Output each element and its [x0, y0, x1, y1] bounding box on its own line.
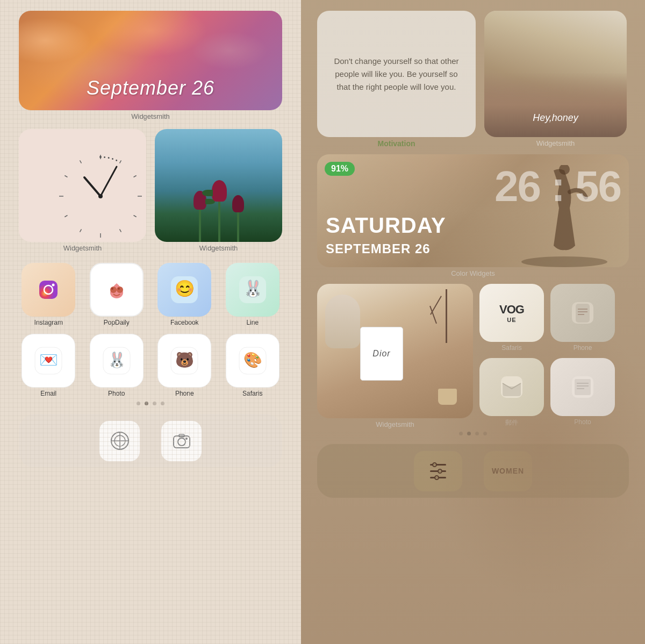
dock-safari[interactable] — [99, 421, 140, 461]
color-widget[interactable]: 91% 26 : 56 SATURDAY SEPTEMBER 26 — [317, 154, 629, 267]
email-icon[interactable]: 💌 — [22, 334, 75, 388]
app-line[interactable]: 🐰 Line — [223, 263, 283, 326]
quote-widget[interactable]: Don't change yourself so that other peop… — [317, 11, 476, 137]
clock-widget-label: Widgetsmith — [19, 244, 146, 252]
svg-text:🐰: 🐰 — [107, 351, 126, 369]
popdaily-icon[interactable] — [90, 263, 144, 317]
dot-r2 — [467, 432, 471, 435]
app-phone-left[interactable]: 🐻 Phone — [155, 334, 214, 397]
svg-point-24 — [110, 287, 117, 293]
time-display: 26 : 56 — [494, 165, 621, 208]
mail-right-label: 郵件 — [505, 418, 518, 427]
svg-text:🐻: 🐻 — [175, 351, 194, 369]
dock-camera[interactable] — [161, 421, 202, 461]
svg-point-26 — [111, 288, 113, 290]
svg-line-2 — [133, 176, 136, 177]
honey-widget[interactable]: Hey,honey — [484, 11, 627, 137]
instagram-icon[interactable] — [22, 263, 75, 317]
photo-right-icon[interactable] — [550, 358, 615, 416]
battery-badge: 91% — [325, 162, 355, 176]
svg-point-25 — [117, 287, 123, 293]
medium-widgets-row — [19, 129, 282, 242]
svg-line-5 — [119, 229, 121, 232]
dot-1 — [137, 402, 140, 405]
svg-point-14 — [108, 157, 110, 159]
top-row-right: Don't change yourself so that other peop… — [317, 11, 629, 137]
app-phone-right[interactable]: Phone — [550, 284, 615, 352]
svg-point-22 — [52, 284, 55, 287]
svg-text:😊: 😊 — [175, 279, 195, 298]
svg-point-15 — [111, 158, 113, 160]
apps-grid-left: Instagram PopDaily 😊 — [19, 263, 282, 397]
app-photo-right[interactable]: Photo — [550, 358, 615, 427]
svg-line-1 — [119, 160, 121, 163]
clock-face — [37, 140, 128, 231]
heyhoney-label: Widgetsmith — [484, 139, 627, 148]
widgetsmith-large-label: Widgetsmith — [317, 420, 473, 428]
safaris-right-label: Safaris — [501, 344, 521, 352]
svg-text:🎨: 🎨 — [243, 351, 262, 369]
time-colon: : — [551, 162, 564, 210]
facebook-icon[interactable]: 😊 — [157, 263, 211, 317]
mail-right-icon[interactable] — [479, 358, 544, 416]
date-widget-text: September 26 — [87, 77, 214, 99]
dot-r4 — [483, 432, 487, 435]
svg-text:🐰: 🐰 — [242, 279, 263, 298]
svg-point-45 — [178, 438, 185, 446]
vogue-icon[interactable]: VOG UE — [479, 284, 544, 342]
line-icon[interactable]: 🐰 — [226, 263, 280, 317]
svg-point-47 — [185, 438, 188, 440]
app-facebook[interactable]: 😊 Facebook — [155, 263, 214, 326]
svg-rect-57 — [575, 379, 591, 395]
dock-right: WOMEN — [317, 444, 629, 498]
phone-right-icon[interactable] — [550, 284, 615, 342]
vogue-text2: UE — [507, 317, 516, 323]
time-right-digit: 56 — [575, 162, 621, 210]
honey-text: Hey,honey — [533, 112, 578, 124]
app-safaris-right[interactable]: VOG UE Safaris — [479, 284, 544, 352]
dot-r3 — [475, 432, 479, 435]
app-safaris-left[interactable]: 🎨 Safaris — [223, 334, 283, 397]
svg-line-18 — [101, 167, 117, 196]
line-label: Line — [246, 319, 259, 326]
facebook-label: Facebook — [170, 319, 199, 326]
instagram-label: Instagram — [34, 319, 63, 326]
svg-point-13 — [103, 156, 105, 158]
svg-line-17 — [84, 177, 101, 196]
phone-left-icon[interactable]: 🐻 — [157, 334, 211, 388]
svg-point-27 — [118, 288, 120, 290]
dot-3 — [153, 402, 156, 405]
app-email[interactable]: 💌 Email — [19, 334, 78, 397]
app-photo[interactable]: 🐰 Photo — [87, 334, 147, 397]
women-text: WOMEN — [492, 467, 524, 476]
email-label: Email — [40, 390, 56, 397]
quote-text: Don't change yourself so that other peop… — [328, 55, 465, 94]
page-dots-left — [137, 402, 164, 405]
dock-women[interactable]: WOMEN — [484, 451, 532, 491]
svg-text:💌: 💌 — [39, 351, 58, 369]
svg-line-8 — [64, 216, 67, 217]
bottom-apps-right: Dior Widgetsmith — [317, 284, 629, 428]
vogue-text: VOG — [499, 303, 524, 317]
photo-icon[interactable]: 🐰 — [90, 334, 144, 388]
top-labels-right: Motivation Widgetsmith — [317, 139, 629, 148]
date-widget[interactable]: September 26 — [19, 11, 282, 110]
app-instagram[interactable]: Instagram — [19, 263, 78, 326]
safaris-left-icon[interactable]: 🎨 — [226, 334, 280, 388]
app-popdaily[interactable]: PopDaily — [87, 263, 147, 326]
safaris-left-label: Safaris — [242, 390, 262, 397]
popdaily-label: PopDaily — [104, 319, 130, 326]
dock-left — [19, 414, 282, 468]
svg-line-4 — [133, 216, 136, 217]
widgetsmith-large-widget[interactable]: Dior — [317, 284, 473, 418]
phone-left-label: Phone — [175, 390, 194, 397]
app-mail-right[interactable]: 郵件 — [479, 358, 544, 427]
time-left-digit: 26 — [494, 162, 540, 210]
tulips-widget[interactable] — [155, 129, 282, 242]
dock-settings[interactable] — [414, 451, 462, 491]
day-text: SATURDAY — [326, 213, 446, 238]
date-text-right: SEPTEMBER 26 — [326, 241, 431, 256]
dot-4 — [161, 402, 164, 405]
clock-widget[interactable] — [19, 129, 146, 242]
phone-right-label: Phone — [574, 344, 592, 352]
